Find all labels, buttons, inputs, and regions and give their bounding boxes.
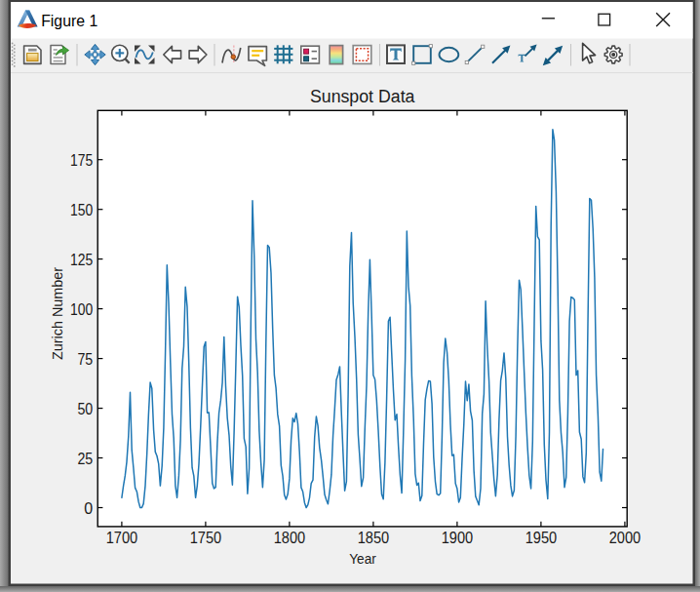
svg-text:1700: 1700 <box>106 530 138 546</box>
svg-text:25: 25 <box>77 451 93 467</box>
svg-text:Sunspot Data: Sunspot Data <box>310 87 415 106</box>
svg-text:Figure 1: Figure 1 <box>41 13 97 29</box>
svg-text:Zurich Number: Zurich Number <box>50 267 65 360</box>
svg-text:150: 150 <box>70 202 93 218</box>
svg-text:1900: 1900 <box>442 530 474 546</box>
svg-text:Year: Year <box>349 551 376 567</box>
svg-text:1750: 1750 <box>190 530 222 546</box>
svg-text:0: 0 <box>84 500 93 517</box>
svg-text:125: 125 <box>70 252 93 268</box>
svg-text:50: 50 <box>77 401 93 417</box>
svg-text:1800: 1800 <box>274 530 306 546</box>
svg-text:75: 75 <box>77 351 93 368</box>
svg-text:100: 100 <box>70 301 93 318</box>
svg-text:1850: 1850 <box>358 530 390 546</box>
svg-text:1950: 1950 <box>525 530 558 546</box>
svg-text:175: 175 <box>70 152 93 169</box>
svg-text:2000: 2000 <box>609 530 642 546</box>
